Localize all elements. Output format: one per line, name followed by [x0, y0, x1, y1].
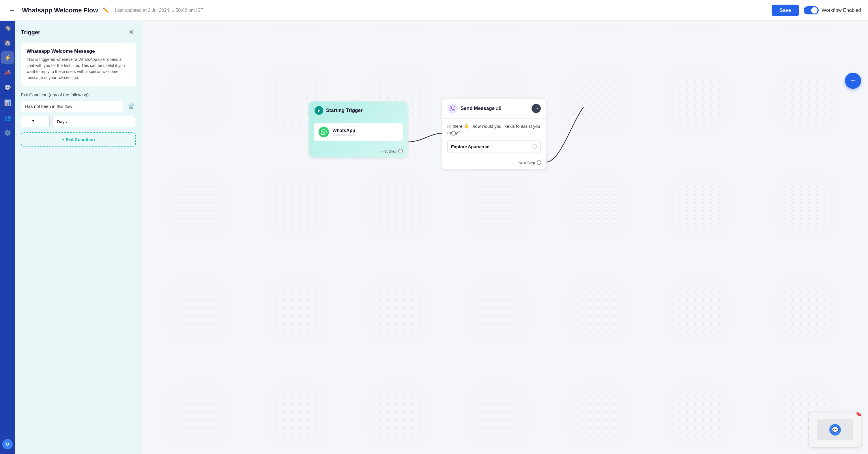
- toggle-label: Workflow Enabled: [822, 7, 861, 13]
- exit-condition-label: Exit Condition (any of the following):: [21, 92, 136, 97]
- sidebar-item-home[interactable]: 🏠: [1, 36, 14, 49]
- sidebar-item-settings[interactable]: ⚙️: [1, 126, 14, 139]
- sidebar-item-flows[interactable]: ⚡: [1, 51, 14, 64]
- add-node-fab[interactable]: +: [845, 73, 861, 89]
- sidebar-item-contacts[interactable]: 👥: [1, 111, 14, 124]
- next-step-connector[interactable]: [537, 160, 541, 165]
- starting-trigger-body: WhatsApp: [309, 120, 407, 146]
- workflow-toggle-container: Workflow Enabled: [804, 6, 861, 14]
- sidebar-item-analytics[interactable]: 📊: [1, 96, 14, 109]
- starting-trigger-node[interactable]: ▶ Starting Trigger WhatsApp: [309, 101, 407, 158]
- trigger-panel: Trigger ✕ Whatsapp Welcome Message This …: [15, 21, 142, 454]
- next-step-label: Next Step: [519, 161, 535, 165]
- trigger-panel-title: Trigger: [21, 29, 40, 36]
- sidebar: 🏷️ 🏠 ⚡ 📣 💬 📊 👥 ⚙️ U: [0, 0, 15, 454]
- back-button[interactable]: ←: [7, 5, 17, 15]
- send-message-header: Send Message #0 ···: [442, 99, 546, 119]
- exit-condition-select[interactable]: Has not been in this flow Has been in th…: [21, 101, 123, 112]
- header: ← Whatsapp Welcome Flow ✏️ Last updated …: [0, 0, 868, 21]
- send-message-title: Send Message #0: [461, 105, 529, 111]
- send-message-node[interactable]: Send Message #0 ··· Hi there 👋 , how wou…: [442, 99, 546, 169]
- starting-trigger-header: ▶ Starting Trigger: [309, 101, 407, 120]
- exit-condition-row: Has not been in this flow Has been in th…: [21, 101, 136, 112]
- trigger-card: Whatsapp Welcome Message This is trigger…: [21, 43, 136, 87]
- left-connector-dot: [451, 131, 456, 136]
- starting-trigger-footer: First Step: [309, 146, 407, 158]
- edit-title-icon[interactable]: ✏️: [103, 7, 109, 13]
- sidebar-item-broadcast[interactable]: 📣: [1, 66, 14, 79]
- wa-brand-icon: [447, 103, 458, 114]
- trigger-card-description: This is triggered whenever a WhatsApp us…: [27, 57, 130, 81]
- workflow-title: Whatsapp Welcome Flow: [22, 7, 98, 14]
- first-step-connector[interactable]: [398, 149, 403, 154]
- save-button[interactable]: Save: [772, 5, 799, 16]
- days-unit-select[interactable]: Days Hours Weeks: [53, 116, 136, 127]
- whatsapp-sub-node[interactable]: WhatsApp: [314, 123, 403, 141]
- canvas-area[interactable]: ▶ Starting Trigger WhatsApp: [142, 21, 868, 454]
- canvas-connections: [142, 21, 868, 454]
- user-avatar[interactable]: U: [2, 439, 13, 449]
- add-exit-condition-button[interactable]: + Exit Condition: [21, 132, 136, 147]
- send-message-more-button[interactable]: ···: [531, 104, 541, 113]
- whatsapp-sub-content: WhatsApp: [333, 128, 355, 136]
- starting-trigger-title: Starting Trigger: [326, 107, 363, 114]
- days-input[interactable]: [21, 116, 50, 127]
- days-row: Days Hours Weeks: [21, 116, 136, 127]
- sidebar-item-chat[interactable]: 💬: [1, 82, 14, 94]
- delete-exit-condition-button[interactable]: 🗑️: [126, 101, 136, 111]
- whatsapp-icon: [318, 127, 329, 137]
- send-message-body: Hi there 👋 , how would you like us to as…: [442, 119, 546, 158]
- radio-circle: [532, 144, 537, 149]
- trigger-panel-header: Trigger ✕: [21, 28, 136, 37]
- explore-button-label: Explore Spurverse: [451, 144, 489, 149]
- send-message-text: Hi there 👋 , how would you like us to as…: [447, 123, 541, 136]
- last-updated-text: Last updated at 2 Jul 2024, 1:50:42 pm I…: [115, 8, 204, 13]
- send-message-footer: Next Step: [442, 158, 546, 169]
- workflow-enabled-toggle[interactable]: [804, 6, 819, 14]
- mini-preview-thumbnail[interactable]: 💬 3: [809, 413, 861, 447]
- play-icon: ▶: [314, 106, 323, 115]
- whatsapp-subtitle-placeholder: [333, 134, 355, 136]
- explore-spurverse-button[interactable]: Explore Spurverse: [447, 140, 541, 153]
- trigger-close-button[interactable]: ✕: [127, 28, 136, 37]
- whatsapp-label: WhatsApp: [333, 128, 355, 133]
- main-content: Trigger ✕ Whatsapp Welcome Message This …: [15, 21, 868, 454]
- first-step-label: First Step: [380, 149, 397, 154]
- trigger-card-title: Whatsapp Welcome Message: [27, 48, 130, 54]
- mini-preview-content: 💬: [809, 413, 861, 447]
- sidebar-item-tags[interactable]: 🏷️: [1, 21, 14, 34]
